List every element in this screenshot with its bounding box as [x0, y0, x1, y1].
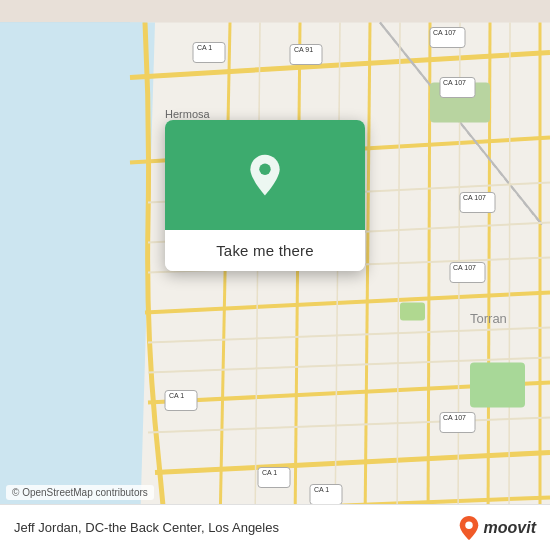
- popup-green-area: [165, 120, 365, 230]
- location-text: Jeff Jordan, DC-the Back Center, Los Ang…: [14, 520, 279, 535]
- svg-point-56: [465, 521, 472, 528]
- svg-text:CA 1: CA 1: [314, 486, 329, 493]
- svg-text:CA 1: CA 1: [262, 469, 277, 476]
- svg-line-28: [509, 23, 510, 528]
- svg-text:CA 107: CA 107: [443, 414, 466, 421]
- svg-rect-31: [400, 303, 425, 321]
- svg-text:CA 91: CA 91: [294, 46, 313, 53]
- svg-line-13: [428, 23, 430, 528]
- take-me-there-button[interactable]: Take me there: [165, 230, 365, 271]
- svg-marker-3: [0, 23, 155, 528]
- osm-text: © OpenStreetMap contributors: [12, 487, 148, 498]
- svg-text:Torran: Torran: [470, 311, 507, 326]
- svg-text:Hermosa: Hermosa: [165, 108, 211, 120]
- map-background: Hermosa Beach Torran CA 1 CA 91 CA 107 C…: [0, 0, 550, 550]
- location-pin-icon: [243, 153, 287, 197]
- moovit-logo: moovit: [458, 515, 536, 541]
- map-container: Hermosa Beach Torran CA 1 CA 91 CA 107 C…: [0, 0, 550, 550]
- moovit-wordmark: moovit: [484, 519, 536, 537]
- bottom-bar: Jeff Jordan, DC-the Back Center, Los Ang…: [0, 504, 550, 550]
- popup-card: Take me there: [165, 120, 365, 271]
- svg-point-55: [259, 164, 270, 175]
- svg-text:CA 107: CA 107: [463, 194, 486, 201]
- svg-rect-30: [470, 363, 525, 408]
- svg-text:CA 107: CA 107: [433, 29, 456, 36]
- svg-text:CA 1: CA 1: [197, 44, 212, 51]
- osm-attribution: © OpenStreetMap contributors: [6, 485, 154, 500]
- svg-text:CA 107: CA 107: [443, 79, 466, 86]
- svg-text:CA 107: CA 107: [453, 264, 476, 271]
- moovit-pin-icon: [458, 515, 480, 541]
- svg-text:CA 1: CA 1: [169, 392, 184, 399]
